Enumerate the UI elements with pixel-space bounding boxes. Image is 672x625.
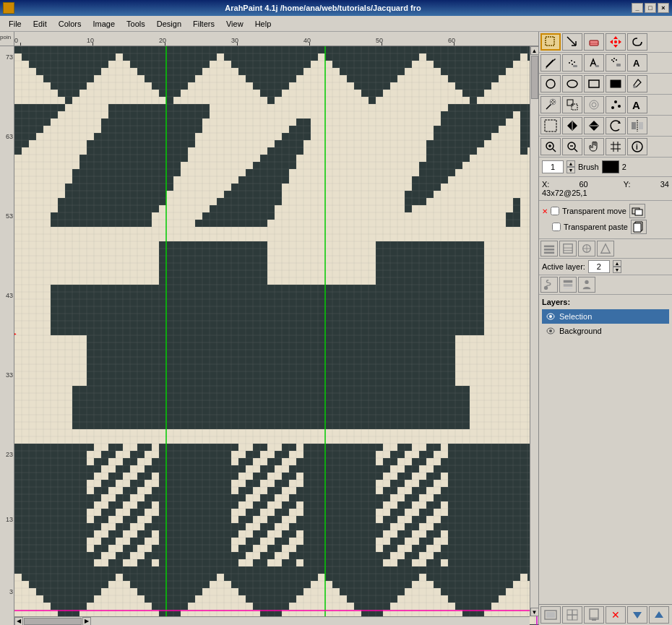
right-panel: A [538, 32, 672, 625]
menu-item-view[interactable]: View [220, 18, 249, 30]
brush-preview [602, 160, 619, 173]
vscroll[interactable]: ▲ ▼ [530, 46, 538, 616]
layer-person-btn[interactable] [578, 277, 595, 293]
hscroll[interactable]: ◀ ▶ [14, 616, 530, 625]
bottom-btn-down[interactable] [627, 606, 647, 624]
layer-eye-0[interactable] [545, 311, 556, 322]
spray-tool[interactable] [606, 54, 626, 72]
ruler-left-mark-3: 3 [9, 588, 13, 595]
menu-item-filters[interactable]: Filters [187, 18, 220, 30]
blur-tool[interactable] [584, 96, 604, 113]
filled-rect-tool[interactable] [606, 75, 626, 92]
hscroll-thumb[interactable] [24, 618, 82, 625]
pencil-tool[interactable] [540, 54, 561, 72]
maximize-button[interactable]: □ [645, 3, 656, 13]
airbrush-tool[interactable] [562, 54, 582, 72]
brush-size-down-button[interactable]: ▼ [567, 167, 575, 173]
transparent-move-checkbox[interactable] [551, 207, 559, 215]
transparent-paste-icon[interactable] [631, 220, 647, 234]
layer-item-1[interactable]: Background [542, 324, 669, 338]
scatter-tool[interactable] [606, 96, 626, 113]
transparent-paste-row: Transparent paste [542, 220, 669, 234]
magic-wand-tool[interactable] [540, 96, 561, 113]
rect-tool[interactable] [584, 75, 604, 92]
ellipse-tool[interactable] [562, 75, 582, 92]
bottom-btn-1[interactable] [540, 606, 561, 624]
x-value: 60 [580, 180, 588, 189]
bottom-btn-delete[interactable]: ✕ [606, 606, 626, 624]
layer-btn-4[interactable] [597, 241, 614, 257]
bottom-btn-up[interactable] [649, 606, 669, 624]
layer-btn-3[interactable] [578, 241, 595, 257]
vscroll-up-button[interactable]: ▲ [530, 46, 539, 55]
main-canvas[interactable] [14, 46, 538, 625]
close-button[interactable]: × [658, 3, 669, 13]
flip-h-tool[interactable] [562, 117, 582, 134]
arrow-tool[interactable] [562, 33, 582, 51]
svg-rect-75 [544, 249, 554, 251]
layer-eye-1[interactable] [545, 325, 556, 337]
layer-name-1: Background [559, 327, 602, 335]
svg-point-24 [613, 58, 615, 59]
svg-rect-58 [639, 122, 643, 129]
layer-stack-btn[interactable] [559, 277, 577, 293]
vscroll-thumb[interactable] [531, 56, 538, 99]
menu-item-file[interactable]: File [3, 18, 27, 30]
eraser-tool[interactable] [584, 33, 604, 51]
brush-size-input[interactable]: 1 [542, 160, 564, 173]
toolbar-row-1 [539, 32, 672, 53]
svg-text:A: A [633, 58, 640, 69]
select-all-tool[interactable] [540, 117, 561, 134]
layer-btn-1[interactable] [540, 241, 558, 257]
svg-marker-9 [610, 40, 613, 44]
minimize-button[interactable]: _ [632, 3, 643, 13]
hand-tool[interactable] [584, 138, 604, 155]
hscroll-right-button[interactable]: ▶ [82, 617, 91, 626]
menu-item-edit[interactable]: Edit [27, 18, 53, 30]
rect-select-tool[interactable] [540, 33, 561, 51]
move-tool[interactable] [606, 33, 626, 51]
brush-size-up-button[interactable]: ▲ [567, 160, 575, 167]
layer-paint-btn[interactable] [540, 277, 558, 293]
active-layer-down[interactable]: ▼ [613, 267, 621, 273]
mirror-tool[interactable] [627, 117, 647, 134]
menu-item-image[interactable]: Image [87, 18, 121, 30]
active-layer-spinners: ▲ ▼ [613, 260, 621, 273]
lasso-tool[interactable] [627, 33, 647, 51]
menu-item-colors[interactable]: Colors [53, 18, 87, 30]
hscroll-left-button[interactable]: ◀ [14, 617, 23, 626]
layers-panel: Layers: SelectionBackground [539, 295, 672, 604]
vscroll-down-button[interactable]: ▼ [530, 608, 539, 616]
font-large-tool[interactable]: A [627, 96, 647, 113]
transparent-move-icon[interactable] [629, 204, 645, 218]
layer-item-0[interactable]: Selection [542, 309, 669, 324]
svg-point-18 [572, 64, 573, 65]
info-tool[interactable]: i [627, 138, 647, 155]
transparent-paste-checkbox[interactable] [552, 223, 561, 231]
menu-item-design[interactable]: Design [151, 18, 187, 30]
zoom-in-tool[interactable] [540, 138, 561, 155]
svg-point-90 [549, 329, 552, 332]
layer-btn-2[interactable] [559, 241, 577, 257]
brush-size-spinners: ▲ ▼ [567, 160, 575, 173]
text-tool[interactable]: A [627, 54, 647, 72]
rotate-tool[interactable] [606, 117, 626, 134]
menu-item-tools[interactable]: Tools [121, 18, 151, 30]
grid-tool[interactable] [606, 138, 626, 155]
bottom-btn-2[interactable] [562, 606, 582, 624]
dropper-tool[interactable] [627, 75, 647, 92]
toolbar-row-3 [539, 74, 672, 95]
bottom-btn-3[interactable] [584, 606, 604, 624]
ruler-left-mark-23: 23 [6, 451, 13, 458]
canvas-main[interactable] [14, 46, 538, 625]
active-layer-up[interactable]: ▲ [613, 260, 621, 267]
svg-rect-20 [573, 65, 577, 67]
circle-tool[interactable] [540, 75, 561, 92]
flip-v-tool[interactable] [584, 117, 604, 134]
zoom-out-tool[interactable] [562, 138, 582, 155]
active-layer-input[interactable]: 2 [588, 260, 610, 273]
fill-tool[interactable] [584, 54, 604, 72]
menu-item-help[interactable]: Help [249, 18, 277, 30]
transparent-move-row: ✕ Transparent move [542, 204, 669, 218]
transform-tool[interactable] [562, 96, 582, 113]
